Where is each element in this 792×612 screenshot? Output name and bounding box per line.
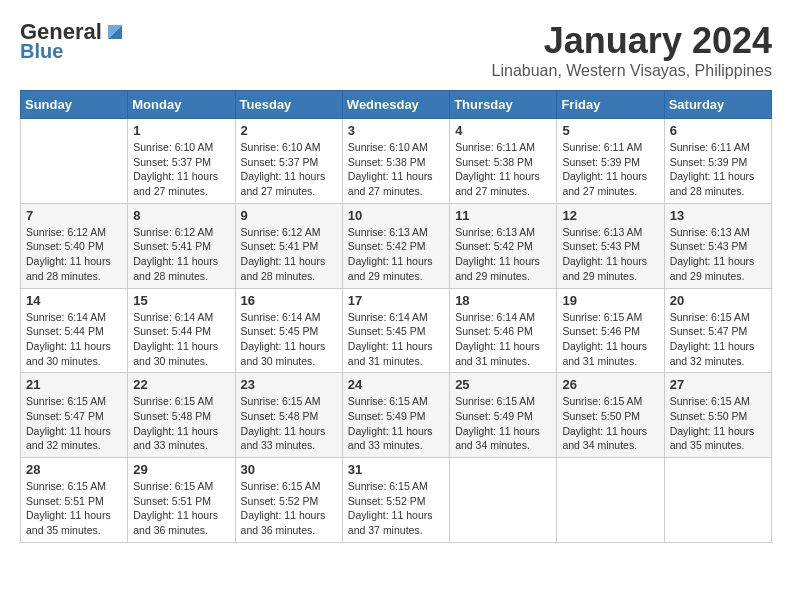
day-detail: Sunrise: 6:14 AMSunset: 5:45 PMDaylight:… [241, 310, 337, 369]
calendar-cell: 1Sunrise: 6:10 AMSunset: 5:37 PMDaylight… [128, 119, 235, 204]
day-detail: Sunrise: 6:14 AMSunset: 5:46 PMDaylight:… [455, 310, 551, 369]
calendar-cell: 27Sunrise: 6:15 AMSunset: 5:50 PMDayligh… [664, 373, 771, 458]
calendar-body: 1Sunrise: 6:10 AMSunset: 5:37 PMDaylight… [21, 119, 772, 543]
calendar-cell: 14Sunrise: 6:14 AMSunset: 5:44 PMDayligh… [21, 288, 128, 373]
day-detail: Sunrise: 6:14 AMSunset: 5:44 PMDaylight:… [133, 310, 229, 369]
calendar-week-5: 28Sunrise: 6:15 AMSunset: 5:51 PMDayligh… [21, 458, 772, 543]
day-number: 21 [26, 377, 122, 392]
calendar-cell: 16Sunrise: 6:14 AMSunset: 5:45 PMDayligh… [235, 288, 342, 373]
col-thursday: Thursday [450, 91, 557, 119]
day-detail: Sunrise: 6:12 AMSunset: 5:40 PMDaylight:… [26, 225, 122, 284]
day-detail: Sunrise: 6:15 AMSunset: 5:49 PMDaylight:… [455, 394, 551, 453]
day-detail: Sunrise: 6:14 AMSunset: 5:44 PMDaylight:… [26, 310, 122, 369]
calendar-cell: 8Sunrise: 6:12 AMSunset: 5:41 PMDaylight… [128, 203, 235, 288]
day-detail: Sunrise: 6:15 AMSunset: 5:47 PMDaylight:… [670, 310, 766, 369]
calendar-week-2: 7Sunrise: 6:12 AMSunset: 5:40 PMDaylight… [21, 203, 772, 288]
day-detail: Sunrise: 6:15 AMSunset: 5:52 PMDaylight:… [241, 479, 337, 538]
day-detail: Sunrise: 6:15 AMSunset: 5:51 PMDaylight:… [26, 479, 122, 538]
day-number: 12 [562, 208, 658, 223]
col-tuesday: Tuesday [235, 91, 342, 119]
day-number: 29 [133, 462, 229, 477]
calendar-week-4: 21Sunrise: 6:15 AMSunset: 5:47 PMDayligh… [21, 373, 772, 458]
day-number: 11 [455, 208, 551, 223]
day-number: 6 [670, 123, 766, 138]
calendar-cell: 31Sunrise: 6:15 AMSunset: 5:52 PMDayligh… [342, 458, 449, 543]
day-detail: Sunrise: 6:10 AMSunset: 5:37 PMDaylight:… [133, 140, 229, 199]
calendar-cell: 4Sunrise: 6:11 AMSunset: 5:38 PMDaylight… [450, 119, 557, 204]
calendar-cell: 18Sunrise: 6:14 AMSunset: 5:46 PMDayligh… [450, 288, 557, 373]
day-detail: Sunrise: 6:15 AMSunset: 5:46 PMDaylight:… [562, 310, 658, 369]
logo: General Blue [20, 20, 126, 62]
day-detail: Sunrise: 6:11 AMSunset: 5:38 PMDaylight:… [455, 140, 551, 199]
day-detail: Sunrise: 6:14 AMSunset: 5:45 PMDaylight:… [348, 310, 444, 369]
calendar-cell: 3Sunrise: 6:10 AMSunset: 5:38 PMDaylight… [342, 119, 449, 204]
day-number: 14 [26, 293, 122, 308]
calendar-cell: 10Sunrise: 6:13 AMSunset: 5:42 PMDayligh… [342, 203, 449, 288]
day-detail: Sunrise: 6:15 AMSunset: 5:52 PMDaylight:… [348, 479, 444, 538]
calendar-cell: 5Sunrise: 6:11 AMSunset: 5:39 PMDaylight… [557, 119, 664, 204]
day-detail: Sunrise: 6:10 AMSunset: 5:37 PMDaylight:… [241, 140, 337, 199]
calendar-cell [450, 458, 557, 543]
calendar-cell [557, 458, 664, 543]
day-number: 25 [455, 377, 551, 392]
title-area: January 2024 Linabuan, Western Visayas, … [492, 20, 772, 80]
col-friday: Friday [557, 91, 664, 119]
calendar-week-3: 14Sunrise: 6:14 AMSunset: 5:44 PMDayligh… [21, 288, 772, 373]
day-detail: Sunrise: 6:10 AMSunset: 5:38 PMDaylight:… [348, 140, 444, 199]
col-monday: Monday [128, 91, 235, 119]
calendar-cell: 9Sunrise: 6:12 AMSunset: 5:41 PMDaylight… [235, 203, 342, 288]
calendar-cell: 15Sunrise: 6:14 AMSunset: 5:44 PMDayligh… [128, 288, 235, 373]
day-detail: Sunrise: 6:13 AMSunset: 5:42 PMDaylight:… [455, 225, 551, 284]
calendar-cell: 30Sunrise: 6:15 AMSunset: 5:52 PMDayligh… [235, 458, 342, 543]
day-number: 1 [133, 123, 229, 138]
calendar-cell: 19Sunrise: 6:15 AMSunset: 5:46 PMDayligh… [557, 288, 664, 373]
header-row: Sunday Monday Tuesday Wednesday Thursday… [21, 91, 772, 119]
calendar-cell: 11Sunrise: 6:13 AMSunset: 5:42 PMDayligh… [450, 203, 557, 288]
logo-icon [104, 21, 126, 43]
day-number: 19 [562, 293, 658, 308]
day-number: 10 [348, 208, 444, 223]
day-number: 8 [133, 208, 229, 223]
day-number: 4 [455, 123, 551, 138]
calendar-cell: 17Sunrise: 6:14 AMSunset: 5:45 PMDayligh… [342, 288, 449, 373]
logo-blue: Blue [20, 40, 63, 62]
day-number: 23 [241, 377, 337, 392]
calendar-cell: 13Sunrise: 6:13 AMSunset: 5:43 PMDayligh… [664, 203, 771, 288]
calendar-cell: 24Sunrise: 6:15 AMSunset: 5:49 PMDayligh… [342, 373, 449, 458]
calendar-cell: 26Sunrise: 6:15 AMSunset: 5:50 PMDayligh… [557, 373, 664, 458]
day-detail: Sunrise: 6:12 AMSunset: 5:41 PMDaylight:… [241, 225, 337, 284]
day-detail: Sunrise: 6:15 AMSunset: 5:48 PMDaylight:… [133, 394, 229, 453]
day-number: 24 [348, 377, 444, 392]
day-detail: Sunrise: 6:15 AMSunset: 5:47 PMDaylight:… [26, 394, 122, 453]
day-number: 15 [133, 293, 229, 308]
col-sunday: Sunday [21, 91, 128, 119]
day-detail: Sunrise: 6:13 AMSunset: 5:43 PMDaylight:… [562, 225, 658, 284]
day-number: 31 [348, 462, 444, 477]
day-number: 27 [670, 377, 766, 392]
day-detail: Sunrise: 6:15 AMSunset: 5:49 PMDaylight:… [348, 394, 444, 453]
col-wednesday: Wednesday [342, 91, 449, 119]
calendar-cell [21, 119, 128, 204]
day-detail: Sunrise: 6:15 AMSunset: 5:51 PMDaylight:… [133, 479, 229, 538]
day-detail: Sunrise: 6:11 AMSunset: 5:39 PMDaylight:… [670, 140, 766, 199]
calendar-cell: 12Sunrise: 6:13 AMSunset: 5:43 PMDayligh… [557, 203, 664, 288]
day-number: 7 [26, 208, 122, 223]
day-detail: Sunrise: 6:15 AMSunset: 5:48 PMDaylight:… [241, 394, 337, 453]
day-detail: Sunrise: 6:11 AMSunset: 5:39 PMDaylight:… [562, 140, 658, 199]
day-detail: Sunrise: 6:12 AMSunset: 5:41 PMDaylight:… [133, 225, 229, 284]
day-detail: Sunrise: 6:13 AMSunset: 5:43 PMDaylight:… [670, 225, 766, 284]
day-number: 3 [348, 123, 444, 138]
day-number: 5 [562, 123, 658, 138]
day-number: 22 [133, 377, 229, 392]
calendar-table: Sunday Monday Tuesday Wednesday Thursday… [20, 90, 772, 543]
day-number: 28 [26, 462, 122, 477]
calendar-cell: 6Sunrise: 6:11 AMSunset: 5:39 PMDaylight… [664, 119, 771, 204]
day-detail: Sunrise: 6:15 AMSunset: 5:50 PMDaylight:… [562, 394, 658, 453]
calendar-cell: 7Sunrise: 6:12 AMSunset: 5:40 PMDaylight… [21, 203, 128, 288]
day-number: 2 [241, 123, 337, 138]
calendar-cell: 23Sunrise: 6:15 AMSunset: 5:48 PMDayligh… [235, 373, 342, 458]
calendar-cell: 25Sunrise: 6:15 AMSunset: 5:49 PMDayligh… [450, 373, 557, 458]
calendar-cell: 22Sunrise: 6:15 AMSunset: 5:48 PMDayligh… [128, 373, 235, 458]
col-saturday: Saturday [664, 91, 771, 119]
subtitle: Linabuan, Western Visayas, Philippines [492, 62, 772, 80]
